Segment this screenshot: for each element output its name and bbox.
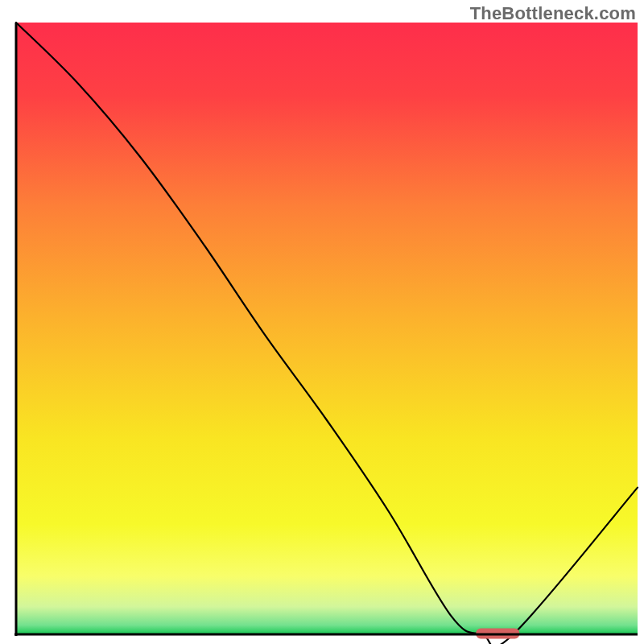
bottleneck-chart [0, 0, 644, 644]
plot-background [16, 23, 638, 634]
chart-container: TheBottleneck.com [0, 0, 644, 644]
watermark-text: TheBottleneck.com [470, 3, 636, 24]
